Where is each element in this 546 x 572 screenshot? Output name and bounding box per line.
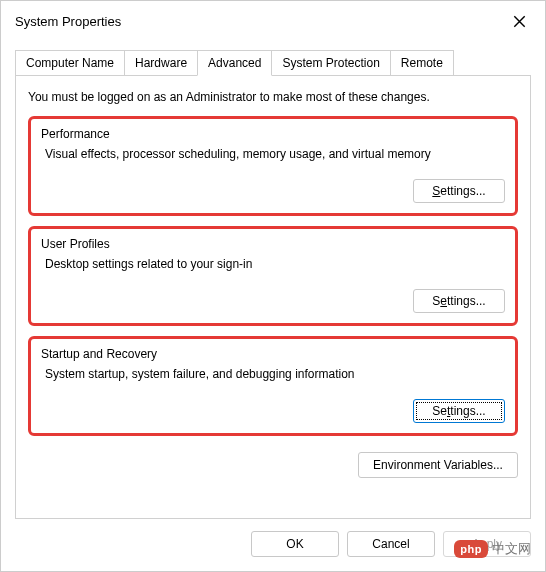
tab-label: Hardware (135, 56, 187, 70)
startup-settings-button[interactable]: Settings... (413, 399, 505, 423)
group-description: Desktop settings related to your sign-in (41, 257, 505, 271)
ok-button[interactable]: OK (251, 531, 339, 557)
dialog-content: Computer Name Hardware Advanced System P… (1, 39, 545, 519)
button-label-rest: ettings... (440, 184, 485, 198)
group-title: User Profiles (41, 237, 505, 251)
group-startup-recovery: Startup and Recovery System startup, sys… (28, 336, 518, 436)
group-title: Performance (41, 127, 505, 141)
group-performance: Performance Visual effects, processor sc… (28, 116, 518, 216)
tab-label: Advanced (208, 56, 261, 70)
button-label-rest: tings... (450, 404, 485, 418)
button-label-rest: pply (480, 537, 502, 551)
tab-label: Remote (401, 56, 443, 70)
dialog-footer: OK Cancel Apply php 中文网 (1, 519, 545, 571)
tab-label: Computer Name (26, 56, 114, 70)
tab-advanced[interactable]: Advanced (197, 50, 272, 76)
environment-variables-button[interactable]: Environment Variables... (358, 452, 518, 478)
button-label-rest: vironment Variables... (388, 458, 503, 472)
tab-system-protection[interactable]: System Protection (271, 50, 390, 75)
window-title: System Properties (15, 14, 121, 29)
performance-settings-button[interactable]: Settings... (413, 179, 505, 203)
tab-panel-advanced: You must be logged on as an Administrato… (15, 75, 531, 519)
cancel-button[interactable]: Cancel (347, 531, 435, 557)
env-button-row: Environment Variables... (28, 452, 518, 478)
group-title: Startup and Recovery (41, 347, 505, 361)
group-description: System startup, system failure, and debu… (41, 367, 505, 381)
group-description: Visual effects, processor scheduling, me… (41, 147, 505, 161)
tab-hardware[interactable]: Hardware (124, 50, 198, 75)
user-profiles-settings-button[interactable]: Settings... (413, 289, 505, 313)
admin-notice: You must be logged on as an Administrato… (28, 90, 518, 104)
group-user-profiles: User Profiles Desktop settings related t… (28, 226, 518, 326)
tab-strip: Computer Name Hardware Advanced System P… (15, 49, 531, 75)
system-properties-dialog: System Properties Computer Name Hardware… (0, 0, 546, 572)
tab-remote[interactable]: Remote (390, 50, 454, 75)
button-row: Settings... (41, 179, 505, 203)
button-label-rest: ttings... (447, 294, 486, 308)
button-row: Settings... (41, 399, 505, 423)
tab-computer-name[interactable]: Computer Name (15, 50, 125, 75)
tab-label: System Protection (282, 56, 379, 70)
apply-button: Apply (443, 531, 531, 557)
close-icon (513, 15, 526, 28)
titlebar: System Properties (1, 1, 545, 39)
close-button[interactable] (505, 7, 533, 35)
button-row: Settings... (41, 289, 505, 313)
